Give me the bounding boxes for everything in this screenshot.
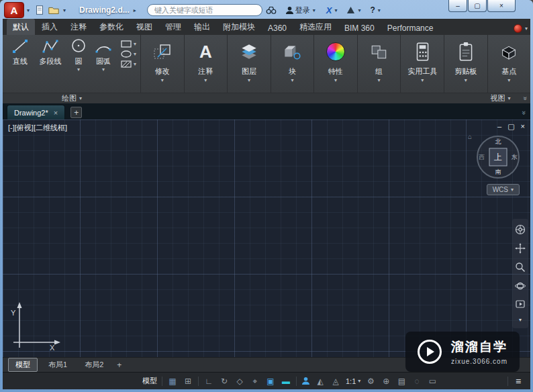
hatch-tool-button[interactable]: ▾ — [121, 60, 136, 68]
ribbon-tab-default[interactable]: 默认 — [7, 19, 35, 35]
help-control[interactable]: ? ▾ — [370, 5, 381, 15]
window-controls: – ▢ × — [448, 0, 516, 12]
annotation-visibility-icon[interactable]: ◭ — [315, 377, 326, 386]
annotation-panel-button[interactable]: A 注释 ▾ — [185, 35, 228, 93]
view-panel-title[interactable]: 视图 ▾ — [477, 93, 524, 103]
viewport-minimize-icon[interactable]: – — [497, 122, 501, 131]
customize-icon[interactable]: ≡ — [513, 376, 524, 387]
quick-access-chevron-icon[interactable]: ▾ — [63, 7, 66, 13]
ribbon-tab-insert[interactable]: 插入 — [36, 19, 64, 35]
viewcube-home-icon[interactable]: ⌂ — [468, 133, 472, 140]
minimize-button[interactable]: – — [448, 0, 467, 12]
ribbon-tab-bim360[interactable]: BIM 360 — [338, 21, 381, 35]
viewcube-south-label[interactable]: 南 — [495, 168, 501, 177]
object-snap-tracking-icon[interactable]: ⌖ — [250, 377, 260, 386]
viewcube[interactable]: ⌂ 北 南 东 西 上 — [477, 136, 520, 179]
properties-panel-button[interactable]: 特性 ▾ — [314, 35, 358, 93]
grid-display-icon[interactable]: ▦ — [167, 377, 178, 386]
viewcube-compass-ring[interactable]: 北 南 东 西 上 — [477, 136, 520, 179]
wcs-dropdown[interactable]: WCS ▾ — [487, 184, 520, 195]
navbar-menu-chevron-icon[interactable]: ▾ — [519, 317, 522, 323]
open-folder-icon[interactable] — [48, 4, 60, 16]
new-layout-button[interactable]: + — [114, 360, 124, 370]
communication-center-control[interactable]: ▾ — [346, 6, 362, 14]
file-tab-overflow-icon[interactable]: » — [520, 111, 528, 115]
clipboard-panel-button[interactable]: 剪贴板 ▾ — [444, 35, 488, 93]
ortho-mode-icon[interactable]: ∟ — [203, 377, 214, 386]
close-button[interactable]: × — [487, 0, 516, 12]
application-menu-chevron-icon[interactable]: ▾ — [27, 7, 30, 13]
polar-tracking-icon[interactable]: ↻ — [219, 377, 230, 386]
ribbon-tab-performance[interactable]: Performance — [381, 21, 440, 35]
statusbar-model-button[interactable]: 模型 — [142, 376, 157, 386]
layers-panel-button[interactable]: 图层 ▾ — [228, 35, 271, 93]
fullscreen-icon[interactable]: ▭ — [427, 377, 438, 386]
full-navigation-wheel-icon[interactable] — [515, 224, 526, 235]
search-input[interactable] — [147, 4, 262, 16]
workspace-switch-icon[interactable]: ⚙ — [365, 377, 376, 386]
performance-recorder-icon[interactable] — [514, 24, 522, 33]
sign-in-control[interactable]: 登录 ▾ — [285, 5, 317, 15]
pan-icon[interactable] — [515, 243, 526, 254]
layout-tab-layout2[interactable]: 布局2 — [78, 358, 110, 371]
ribbon-tab-parametric[interactable]: 参数化 — [93, 19, 130, 35]
ribbon-tab-view[interactable]: 视图 — [130, 19, 158, 35]
new-file-icon[interactable] — [34, 4, 46, 16]
viewport-close-icon[interactable]: × — [521, 122, 525, 131]
lineweight-icon[interactable]: ▬ — [281, 377, 291, 386]
viewcube-west-label[interactable]: 西 — [479, 153, 485, 162]
search-binoculars-icon[interactable] — [265, 5, 277, 15]
line-tool-button[interactable]: 直线 — [7, 38, 34, 93]
block-panel-button[interactable]: 块 ▾ — [271, 35, 315, 93]
viewcube-east-label[interactable]: 东 — [512, 153, 518, 162]
a360-user-icon[interactable] — [301, 377, 310, 385]
viewport-restore-icon[interactable]: ▢ — [507, 122, 514, 131]
viewport-controls-label[interactable]: [-][俯视][二维线框] — [8, 123, 67, 133]
object-snap-icon[interactable]: ▣ — [265, 377, 276, 386]
arc-dropdown-icon[interactable]: ▾ — [102, 66, 105, 72]
rectangle-tool-button[interactable]: ▾ — [121, 40, 136, 48]
layout-tab-model[interactable]: 模型 — [8, 358, 38, 372]
maximize-button[interactable]: ▢ — [468, 0, 487, 12]
zoom-icon[interactable] — [515, 262, 526, 273]
modify-panel-button[interactable]: 修改 ▾ — [141, 35, 185, 93]
ribbon-tab-a360[interactable]: A360 — [262, 21, 293, 35]
file-tab-close-icon[interactable]: × — [54, 109, 58, 117]
ribbon-tab-annotate[interactable]: 注释 — [64, 19, 93, 35]
viewcube-top-face[interactable]: 上 — [489, 148, 507, 166]
exchange-apps-control[interactable]: X ▾ — [326, 5, 339, 15]
ellipse-tool-button[interactable]: ▾ — [121, 50, 136, 58]
showmotion-icon[interactable] — [516, 299, 525, 309]
layout-tab-layout1[interactable]: 布局1 — [42, 358, 74, 371]
snap-mode-icon[interactable]: ⊞ — [183, 377, 193, 386]
ribbon-options-chevron-icon[interactable]: ▾ — [525, 26, 528, 32]
draw-panel-title-chevron-icon: ▾ — [79, 95, 82, 101]
file-tab-drawing2[interactable]: Drawing2* × — [7, 105, 65, 119]
ribbon-tab-addins[interactable]: 附加模块 — [217, 19, 261, 35]
ribbon-tab-manage[interactable]: 管理 — [159, 19, 187, 35]
viewcube-north-label[interactable]: 北 — [495, 138, 501, 146]
ribbon-tab-featured-apps[interactable]: 精选应用 — [293, 19, 338, 35]
ribbon-minimize-icon[interactable]: » — [522, 97, 530, 101]
polyline-tool-button[interactable]: 多段线 — [35, 38, 66, 93]
annotation-autoscale-icon[interactable]: ◬ — [330, 377, 341, 386]
application-menu-button[interactable]: A — [4, 2, 24, 18]
basepoint-panel-button[interactable]: 基点 ▾ — [488, 35, 531, 93]
circle-tool-button[interactable]: 圆 ▾ — [67, 38, 90, 93]
arc-tool-button[interactable]: 圆弧 ▾ — [91, 38, 115, 93]
new-drawing-tab-button[interactable]: + — [70, 107, 82, 118]
groups-panel-button[interactable]: 组 ▾ — [358, 35, 401, 93]
ribbon-tab-output[interactable]: 输出 — [188, 19, 216, 35]
file-tab-label: Drawing2* — [14, 109, 48, 117]
isometric-drafting-icon[interactable]: ◇ — [234, 377, 245, 386]
drawing-canvas[interactable]: [-][俯视][二维线框] – ▢ × ⌂ 北 南 东 西 上 WCS ▾ — [3, 119, 530, 357]
orbit-icon[interactable] — [515, 281, 526, 291]
circle-dropdown-icon[interactable]: ▾ — [77, 66, 80, 72]
annotation-scale-control[interactable]: 1:1 ▾ — [346, 377, 360, 385]
utilities-panel-button[interactable]: 实用工具 ▾ — [401, 35, 444, 93]
title-expand-icon[interactable]: ▸ — [134, 7, 136, 13]
annotation-monitor-icon[interactable]: ⊕ — [381, 377, 391, 386]
draw-panel-title[interactable]: 绘图 ▾ — [3, 93, 141, 103]
isolate-objects-icon[interactable]: ◌ — [411, 377, 422, 386]
quick-properties-icon[interactable]: ▤ — [396, 377, 407, 386]
